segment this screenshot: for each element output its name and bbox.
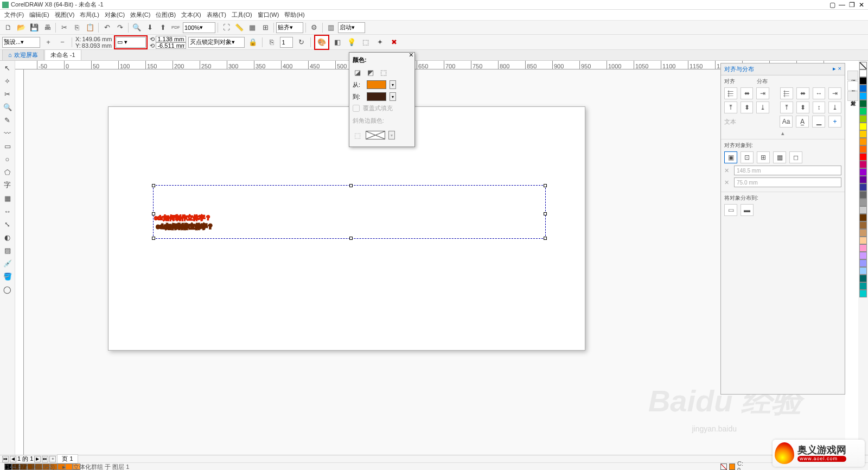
dist-to-selection-button[interactable]: ▭ (724, 204, 737, 216)
solid-fill-button[interactable]: ◩ (366, 67, 375, 77)
shade-button[interactable]: ⬚ (379, 67, 388, 77)
color-swatch[interactable] (859, 290, 867, 297)
dist-spacing-v-button[interactable]: ↕ (813, 101, 826, 113)
text-baseline-button[interactable]: Aa (780, 116, 793, 128)
dimension-tool[interactable]: ↔ (1, 205, 14, 217)
color-swatch[interactable] (859, 191, 867, 199)
guides-button[interactable]: ⊞ (259, 22, 271, 34)
undo-button[interactable]: ↶ (101, 22, 113, 34)
selection-handle[interactable] (349, 237, 353, 240)
docker-close-icon[interactable]: × (838, 65, 841, 73)
remove-preset-button[interactable]: − (56, 36, 68, 48)
depth1-input[interactable] (156, 36, 186, 42)
menu-text[interactable]: 文本(X) (179, 10, 203, 20)
dist-left-button[interactable]: ⬱ (780, 87, 793, 99)
align-to-page-edge-button[interactable]: ⊡ (741, 151, 754, 163)
sidetab-objects[interactable]: 对象 (847, 91, 858, 101)
color-swatch[interactable] (859, 259, 867, 267)
pdf-button[interactable]: PDF (170, 22, 182, 34)
tab-document[interactable]: 未命名 -1 (44, 49, 81, 60)
color-swatch[interactable] (859, 69, 867, 77)
menu-help[interactable]: 帮助(H) (282, 10, 307, 20)
color-swatch[interactable] (859, 107, 867, 115)
color-swatch[interactable] (859, 130, 867, 138)
ellipse-tool[interactable]: ○ (1, 153, 14, 165)
color-swatch[interactable] (859, 115, 867, 123)
color-swatch[interactable] (859, 92, 867, 100)
selection-handle[interactable] (152, 184, 155, 187)
dist-center-h-button[interactable]: ⬌ (796, 87, 809, 99)
text-last-button[interactable]: ▁ (812, 116, 825, 128)
align-to-page-center-button[interactable]: ⊞ (757, 151, 770, 163)
rulers-button[interactable]: 📏 (233, 22, 245, 34)
redo-button[interactable]: ↷ (114, 22, 126, 34)
layout-button[interactable]: ▥ (325, 22, 337, 34)
extrude-depth-button[interactable]: ⬚ (360, 36, 372, 48)
docker-expand-icon[interactable]: ▸ (833, 65, 836, 73)
outline-none-icon[interactable] (720, 463, 727, 470)
open-button[interactable]: 📂 (15, 22, 27, 34)
pick-tool[interactable]: ↖ (1, 62, 14, 74)
selection-handle[interactable] (152, 212, 155, 215)
menu-edit[interactable]: 编辑(E) (27, 10, 52, 20)
text-tool[interactable]: 字 (1, 179, 14, 191)
polygon-tool[interactable]: ⬠ (1, 166, 14, 178)
artistic-media-tool[interactable]: 〰 (1, 127, 14, 139)
search-button[interactable]: 🔍 (131, 22, 143, 34)
tab-welcome[interactable]: ⌂欢迎屏幕 (2, 49, 44, 60)
dist-bottom-button[interactable]: ⤓ (828, 101, 841, 113)
extrude-color-button[interactable]: 🎨 (316, 36, 328, 48)
depth2-input[interactable] (156, 42, 186, 49)
fill-tool[interactable]: 🪣 (1, 270, 14, 282)
preset-combo[interactable]: 预设... ▾ (2, 37, 40, 48)
launch-combo[interactable]: 启动 ▾ (338, 22, 365, 33)
popup-close-button[interactable]: × (409, 50, 413, 59)
color-swatch[interactable] (859, 123, 867, 130)
to-color-swatch[interactable] (367, 92, 386, 101)
minimize-button[interactable]: — (838, 1, 846, 9)
color-swatch[interactable] (859, 153, 867, 161)
dist-spacing-h-button[interactable]: ↔ (813, 87, 826, 99)
extrude-type-combo[interactable]: ▭ ▾ (116, 37, 146, 48)
clear-extrude-button[interactable]: ✖ (388, 36, 400, 48)
menu-view[interactable]: 视图(V) (53, 10, 77, 20)
dist-center-v-button[interactable]: ⬍ (796, 101, 809, 113)
from-color-swatch[interactable] (367, 80, 386, 89)
color-swatch[interactable] (859, 267, 867, 275)
maximize-button[interactable]: ❐ (847, 1, 856, 9)
menu-tools[interactable]: 工具(O) (229, 10, 254, 20)
options-button[interactable]: ⚙ (308, 22, 320, 34)
fill-swatch-icon[interactable] (729, 463, 736, 470)
save-button[interactable]: 💾 (28, 22, 40, 34)
color-swatch[interactable] (859, 206, 867, 214)
eyedropper-tool[interactable]: 💉 (1, 257, 14, 269)
print-button[interactable]: 🖶 (41, 22, 53, 34)
color-swatch[interactable] (859, 161, 867, 168)
align-right-button[interactable]: ⇥ (756, 87, 769, 99)
menu-bitmap[interactable]: 位图(B) (154, 10, 178, 20)
align-to-point-button[interactable]: ◻ (789, 151, 802, 163)
page-add-button[interactable]: + (49, 456, 56, 462)
sidetab-hints[interactable]: 提示 (847, 71, 858, 80)
page-prev-button[interactable]: ◀ (10, 456, 16, 462)
extrude-vp-button[interactable]: ✦ (374, 36, 386, 48)
shape-tool[interactable]: ✧ (1, 75, 14, 87)
vanishing-point-combo[interactable]: 灭点锁定到对象 ▾ (188, 37, 245, 48)
color-swatch[interactable] (859, 100, 867, 107)
dist-right-button[interactable]: ⇥ (828, 87, 841, 99)
color-swatch[interactable] (859, 282, 867, 290)
copy-button[interactable]: ⎘ (71, 22, 83, 34)
to-color-dropdown[interactable]: ▾ (390, 92, 396, 101)
effects-tool[interactable]: ◐ (1, 231, 14, 243)
cut-button[interactable]: ✂ (58, 22, 70, 34)
add-preset-button[interactable]: + (42, 36, 54, 48)
use-fill-button[interactable]: ◪ (353, 67, 362, 77)
menu-object[interactable]: 对象(C) (103, 10, 127, 20)
color-swatch[interactable] (859, 183, 867, 191)
align-top-button[interactable]: ⤒ (724, 101, 737, 113)
menu-file[interactable]: 文件(F) (2, 10, 26, 20)
selection-handle[interactable] (152, 237, 155, 240)
page-last-button[interactable]: ⏭ (42, 456, 48, 462)
color-swatch[interactable] (859, 145, 867, 153)
fullscreen-button[interactable]: ⛶ (220, 22, 232, 34)
